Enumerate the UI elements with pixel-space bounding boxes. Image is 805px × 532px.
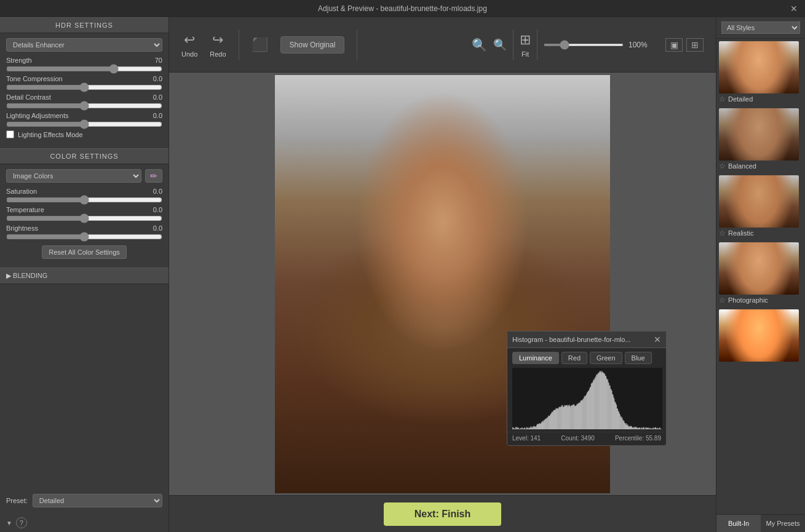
style-item-5[interactable] (719, 309, 803, 362)
left-panel: HDR SETTINGS Details Enhancer Strength 7… (0, 17, 169, 532)
histogram-tab-blue[interactable]: Blue (625, 352, 652, 364)
style-thumb-detailed (719, 41, 799, 93)
star-icon-detailed[interactable]: ☆ (719, 95, 726, 103)
color-preset-select[interactable]: Image Colors (6, 169, 141, 183)
style-label-detailed: Detailed (728, 95, 753, 103)
zoom-in-button[interactable]: 🔍 (472, 38, 487, 52)
zoom-out-button[interactable]: 🔍 (493, 38, 507, 52)
strength-slider[interactable] (6, 64, 162, 74)
fit-button[interactable]: ⊞ Fit (520, 32, 531, 58)
window-title: Adjust & Preview - beautiful-brunette-fo… (318, 4, 487, 13)
right-panel-tabs: Built-In My Presets (716, 514, 805, 532)
hdr-settings-section: HDR SETTINGS Details Enhancer Strength 7… (0, 17, 169, 148)
strength-slider-container: Strength 70 (6, 57, 162, 74)
zoom-out-icon: 🔍 (493, 39, 507, 51)
histogram-tab-luminance[interactable]: Luminance (512, 352, 559, 364)
view-single-button[interactable]: ▣ (665, 38, 683, 52)
histogram-percentile: Percentile: 55.89 (615, 435, 661, 442)
fit-icon: ⊞ (520, 32, 531, 48)
tab-built-in[interactable]: Built-In (716, 515, 761, 532)
histogram-count: Count: 3490 (561, 435, 595, 442)
help-icon[interactable]: ? (16, 517, 27, 528)
lighting-effects-label: Lighting Effects Mode (18, 131, 83, 138)
zoom-slider-container: 100% (544, 41, 653, 49)
next-finish-button[interactable]: Next: Finish (384, 502, 502, 526)
redo-icon: ↪ (212, 32, 223, 48)
detail-contrast-label: Detail Contrast (6, 93, 86, 101)
toolbar-sep-2 (357, 30, 357, 60)
preset-row: Preset: Detailed (0, 488, 169, 514)
preset-label: Preset: (6, 497, 28, 504)
style-item-balanced[interactable]: ☆ Balanced (719, 108, 803, 172)
tab-my-presets[interactable]: My Presets (761, 515, 805, 532)
temperature-slider[interactable] (6, 213, 162, 223)
style-label-photographic: Photographic (728, 296, 768, 304)
reset-color-settings-button[interactable]: Reset All Color Settings (42, 245, 127, 259)
title-bar: Adjust & Preview - beautiful-brunette-fo… (0, 0, 805, 17)
zoom-percent: 100% (629, 41, 653, 49)
undo-icon: ↩ (184, 32, 195, 48)
star-icon-photographic[interactable]: ☆ (719, 296, 726, 304)
hdr-settings-header: HDR SETTINGS (0, 17, 169, 33)
style-thumb-photographic (719, 242, 799, 295)
saturation-container: Saturation 0.0 (6, 188, 162, 205)
temperature-value: 0.0 (141, 206, 162, 213)
styles-header: All Styles (716, 17, 805, 39)
histogram-level: Level: 141 (512, 435, 541, 442)
brightness-slider[interactable] (6, 232, 162, 242)
brightness-container: Brightness 0.0 (6, 224, 162, 242)
histogram-close-button[interactable]: ✕ (654, 335, 661, 344)
star-icon-balanced[interactable]: ☆ (719, 162, 726, 170)
lighting-effects-checkbox[interactable] (6, 130, 14, 138)
saturation-slider[interactable] (6, 195, 162, 205)
color-settings-header: COLOR SETTINGS (0, 148, 169, 164)
view-single-icon: ▣ (670, 40, 678, 50)
color-picker-button[interactable]: ✏ (145, 169, 162, 183)
lighting-adj-label: Lighting Adjustments (6, 112, 86, 119)
blending-section-header[interactable]: ▶ BLENDING (0, 268, 169, 284)
brightness-value: 0.0 (141, 224, 162, 232)
zoom-in-icon: 🔍 (472, 38, 487, 52)
toolbar-sep-3 (513, 30, 514, 60)
zoom-controls: 🔍 🔍 ⊞ Fit 100% (472, 30, 653, 60)
brightness-label: Brightness (6, 224, 86, 232)
lighting-adj-value: 0.0 (141, 112, 162, 119)
saturation-label: Saturation (6, 188, 86, 195)
tone-compression-container: Tone Compression 0.0 (6, 75, 162, 92)
undo-button[interactable]: ↩ Undo (181, 32, 197, 58)
histogram-tabs: Luminance Red Green Blue (507, 348, 666, 368)
histogram-tab-red[interactable]: Red (561, 352, 587, 364)
styles-dropdown[interactable]: All Styles (721, 22, 800, 34)
show-original-button[interactable]: Show Original (280, 36, 345, 54)
close-button[interactable]: ✕ (789, 4, 799, 14)
style-item-photographic[interactable]: ☆ Photographic (719, 242, 803, 306)
view-grid-button[interactable]: ⊞ (686, 38, 704, 52)
lighting-adj-slider[interactable] (6, 119, 162, 129)
view-buttons: ▣ ⊞ (665, 38, 704, 52)
hdr-preset-select[interactable]: Details Enhancer (6, 38, 162, 52)
style-item-realistic[interactable]: ☆ Realistic (719, 175, 803, 239)
histogram-title-bar: Histogram - beautiful-brunette-for-mlo..… (507, 332, 666, 348)
strength-value: 70 (141, 57, 162, 64)
style-thumb-realistic (719, 175, 799, 228)
style-label-realistic: Realistic (728, 229, 754, 237)
temperature-container: Temperature 0.0 (6, 206, 162, 223)
fit-label: Fit (521, 50, 529, 58)
histogram-tab-green[interactable]: Green (590, 352, 622, 364)
style-item-detailed[interactable]: ☆ Detailed (719, 41, 803, 105)
split-view-button[interactable]: ⬛ (252, 37, 268, 53)
canvas-area: Histogram - beautiful-brunette-for-mlo..… (169, 73, 716, 495)
style-thumb-balanced (719, 108, 799, 161)
hdr-settings-content: Details Enhancer Strength 70 Tone Compre… (0, 33, 169, 148)
help-row: ▼ ? (0, 514, 169, 532)
star-icon-realistic[interactable]: ☆ (719, 229, 726, 237)
temperature-label: Temperature (6, 206, 86, 213)
lighting-effects-row: Lighting Effects Mode (6, 130, 162, 138)
tone-compression-slider[interactable] (6, 82, 162, 92)
detail-contrast-container: Detail Contrast 0.0 (6, 93, 162, 111)
preset-select[interactable]: Detailed (33, 494, 162, 507)
redo-label: Redo (210, 50, 226, 58)
detail-contrast-slider[interactable] (6, 101, 162, 111)
redo-button[interactable]: ↪ Redo (210, 32, 226, 58)
zoom-slider[interactable] (544, 44, 624, 46)
